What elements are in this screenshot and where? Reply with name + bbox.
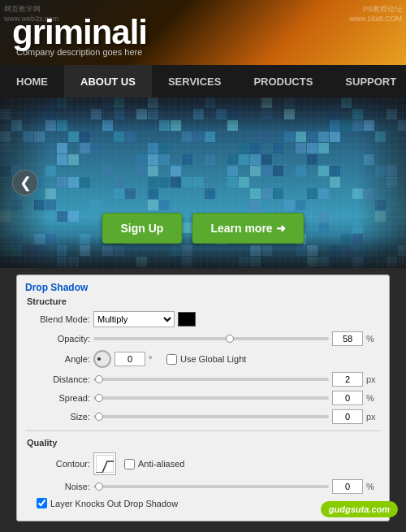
angle-dial-indicator xyxy=(97,357,101,361)
opacity-slider[interactable] xyxy=(93,337,329,340)
contour-svg xyxy=(96,455,114,473)
blend-mode-label: Blend Mode: xyxy=(25,314,90,324)
dialog-title: Drop Shadow xyxy=(25,282,381,293)
distance-unit: px xyxy=(366,374,381,384)
blend-mode-select[interactable]: Multiply Normal Screen xyxy=(93,311,175,327)
hero-cta-buttons: Sign Up Learn more ➜ xyxy=(102,213,304,244)
noise-slider-container xyxy=(93,485,329,488)
anti-alias-row: Anti-aliased xyxy=(124,459,184,469)
anti-alias-checkbox[interactable] xyxy=(124,459,135,469)
spread-unit: % xyxy=(366,393,381,403)
noise-label: Noise: xyxy=(25,482,90,491)
opacity-input[interactable] xyxy=(332,331,363,346)
size-slider[interactable] xyxy=(93,415,329,418)
noise-slider[interactable] xyxy=(93,485,329,488)
dialog-wrapper: Drop Shadow Structure Blend Mode: Multip… xyxy=(0,275,406,521)
drop-shadow-dialog: Drop Shadow Structure Blend Mode: Multip… xyxy=(16,275,390,521)
opacity-slider-thumb xyxy=(226,335,234,343)
size-slider-thumb xyxy=(95,413,103,421)
anti-alias-label: Anti-aliased xyxy=(138,459,184,469)
noise-unit: % xyxy=(366,482,381,491)
nav-services[interactable]: SERVICES xyxy=(152,65,238,97)
size-row: Size: px xyxy=(25,409,381,424)
distance-row: Distance: px xyxy=(25,372,381,387)
prev-slide-button[interactable]: ❮ xyxy=(12,170,38,196)
layer-knocks-label: Layer Knocks Out Drop Shadow xyxy=(50,499,178,508)
angle-unit: ° xyxy=(149,354,163,364)
site-badge: gudgsuta.com xyxy=(321,501,398,517)
size-slider-container xyxy=(93,415,329,418)
angle-dial[interactable] xyxy=(93,350,111,368)
layer-knocks-checkbox-row: Layer Knocks Out Drop Shadow xyxy=(37,498,178,508)
contour-row: Contour: Anti-aliased xyxy=(25,452,381,475)
section-divider xyxy=(25,430,381,431)
contour-picker[interactable] xyxy=(93,452,116,475)
spread-slider-container xyxy=(93,396,329,400)
nav-home[interactable]: HOME xyxy=(0,65,64,97)
header: griminali Company description goes here … xyxy=(0,0,406,65)
distance-slider-container xyxy=(93,378,329,381)
learn-more-button[interactable]: Learn more ➜ xyxy=(192,213,304,244)
angle-label: Angle: xyxy=(25,354,90,364)
blend-mode-row: Blend Mode: Multiply Normal Screen xyxy=(25,311,381,327)
distance-input[interactable] xyxy=(332,372,363,387)
nav-support[interactable]: SUPPORT xyxy=(329,65,406,97)
distance-slider[interactable] xyxy=(93,378,329,381)
size-input[interactable] xyxy=(332,409,363,424)
size-unit: px xyxy=(366,412,381,422)
watermark-top: PS教程论坛 www.16x8.COM xyxy=(349,4,402,23)
spread-label: Spread: xyxy=(25,393,90,403)
nav-about[interactable]: ABOUT US xyxy=(64,65,152,97)
structure-section-title: Structure xyxy=(25,296,381,306)
spread-input[interactable] xyxy=(332,391,363,405)
logo-tagline: Company description goes here xyxy=(16,47,142,57)
global-light-checkbox[interactable] xyxy=(166,354,177,365)
noise-input[interactable] xyxy=(332,479,363,494)
hero-section: ❮ Sign Up Learn more ➜ xyxy=(0,97,406,268)
size-label: Size: xyxy=(25,412,90,422)
opacity-unit: % xyxy=(366,334,381,344)
main-nav: HOME ABOUT US SERVICES PRODUCTS SUPPORT … xyxy=(0,65,406,97)
shadow-color-swatch[interactable] xyxy=(178,312,196,327)
spread-slider-thumb xyxy=(95,394,103,402)
angle-row: Angle: ° Use Global Light xyxy=(25,350,381,368)
noise-slider-thumb xyxy=(95,482,103,491)
quality-section: Quality Contour: Anti-aliased Noise: xyxy=(25,438,381,508)
nav-products[interactable]: PRODUCTS xyxy=(237,65,329,97)
angle-input[interactable] xyxy=(114,352,145,366)
opacity-row: Opacity: % xyxy=(25,331,381,346)
global-light-row: Use Global Light xyxy=(166,354,246,365)
opacity-slider-container xyxy=(93,337,329,340)
layer-knocks-checkbox[interactable] xyxy=(37,498,47,508)
opacity-label: Opacity: xyxy=(25,334,90,344)
signup-button[interactable]: Sign Up xyxy=(102,213,182,244)
spread-row: Spread: % xyxy=(25,391,381,405)
contour-label: Contour: xyxy=(25,459,90,469)
quality-section-title: Quality xyxy=(25,438,381,448)
watermark-top-left: 网页教学网 www.web3x.com xyxy=(4,4,58,23)
svg-rect-0 xyxy=(96,455,114,473)
noise-row: Noise: % xyxy=(25,479,381,494)
distance-label: Distance: xyxy=(25,374,90,384)
spread-slider[interactable] xyxy=(93,396,329,400)
distance-slider-thumb xyxy=(95,375,103,383)
global-light-label: Use Global Light xyxy=(180,354,246,364)
